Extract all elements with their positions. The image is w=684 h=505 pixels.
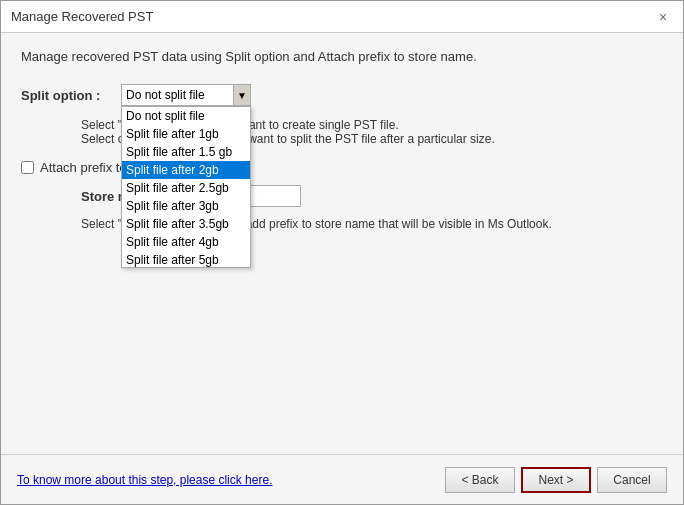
split-option-label: Split option : — [21, 88, 121, 103]
back-button[interactable]: < Back — [445, 467, 515, 493]
help-link[interactable]: To know more about this step, please cli… — [17, 473, 272, 487]
dropdown-item-3gb[interactable]: Split file after 3gb — [122, 197, 250, 215]
title-bar: Manage Recovered PST × — [1, 1, 683, 33]
footer-buttons: < Back Next > Cancel — [445, 467, 667, 493]
close-button[interactable]: × — [653, 7, 673, 27]
dropdown-item-1gb[interactable]: Split file after 1gb — [122, 125, 250, 143]
cancel-button[interactable]: Cancel — [597, 467, 667, 493]
attach-prefix-checkbox[interactable] — [21, 161, 34, 174]
next-button[interactable]: Next > — [521, 467, 591, 493]
attach-info-text-c: ption to add prefix to store name that w… — [203, 217, 552, 231]
split-info-text2c: bu want to split the PST file after a pa… — [232, 132, 495, 146]
header-description: Manage recovered PST data using Split op… — [21, 49, 663, 64]
dropdown-item-3-5gb[interactable]: Split file after 3.5gb — [122, 215, 250, 233]
split-select-wrapper: Do not split file ▼ — [121, 84, 251, 106]
dialog-title: Manage Recovered PST — [11, 9, 153, 24]
dropdown-item-no-split[interactable]: Do not split file — [122, 107, 250, 125]
attach-prefix-label: Attach prefix t — [40, 160, 119, 175]
dropdown-item-1-5gb[interactable]: Split file after 1.5 gb — [122, 143, 250, 161]
split-option-row: Split option : Do not split file ▼ Do no… — [21, 84, 663, 106]
split-dropdown: Do not split file Split file after 1gb S… — [121, 106, 251, 268]
split-select-display[interactable]: Do not split file — [121, 84, 251, 106]
footer: To know more about this step, please cli… — [1, 454, 683, 504]
attach-prefix-row: Attach prefix to store name — [21, 160, 663, 175]
dropdown-item-2-5gb[interactable]: Split file after 2.5gb — [122, 179, 250, 197]
content-area: Manage recovered PST data using Split op… — [1, 33, 683, 454]
dropdown-item-5gb[interactable]: Split file after 5gb — [122, 251, 250, 267]
dropdown-item-4gb[interactable]: Split file after 4gb — [122, 233, 250, 251]
dropdown-scroll-area[interactable]: Do not split file Split file after 1gb S… — [122, 107, 250, 267]
dialog: Manage Recovered PST × Manage recovered … — [0, 0, 684, 505]
dropdown-item-2gb[interactable]: Split file after 2gb — [122, 161, 250, 179]
